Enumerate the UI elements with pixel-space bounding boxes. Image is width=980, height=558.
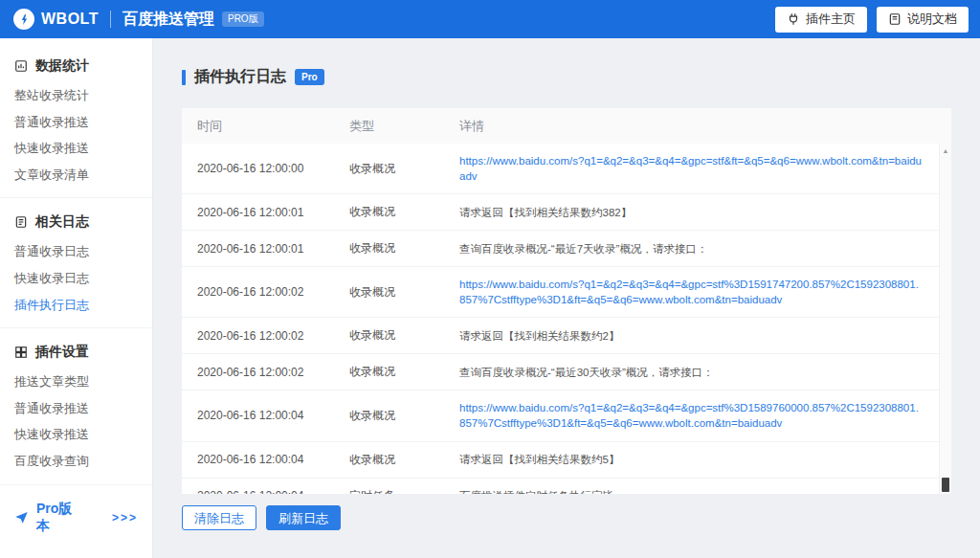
column-header-detail: 详情 [459, 118, 951, 135]
log-detail: https://www.baidu.com/s?q1=&q2=&q3=&q4=&… [459, 153, 951, 184]
sidebar-section-title: 插件设置 [0, 340, 152, 368]
sidebar-section-label: 插件设置 [35, 344, 89, 361]
log-type: 收录概况 [349, 452, 459, 468]
column-header-time: 时间 [182, 118, 349, 135]
rocket-icon [14, 510, 29, 525]
header-divider [110, 11, 111, 28]
top-bar-left: WBOLT 百度推送管理 PRO版 [13, 9, 264, 30]
log-detail-link[interactable]: https://www.baidu.com/s?q1=&q2=&q3=&q4=&… [459, 155, 922, 182]
sidebar-item[interactable]: 百度收录查询 [0, 448, 152, 475]
log-time: 2020-06-16 12:00:01 [182, 206, 349, 219]
log-time: 2020-06-16 12:00:02 [182, 329, 349, 343]
bolt-icon [13, 9, 34, 30]
log-detail: 查询百度收录概况-“最近7天收录”概况，请求接口： [459, 241, 951, 257]
log-time: 2020-06-16 12:00:04 [182, 409, 349, 422]
log-detail-link[interactable]: https://www.baidu.com/s?q1=&q2=&q3=&q4=&… [459, 279, 919, 305]
log-detail: 查询百度收录概况-“最近30天收录”概况，请求接口： [459, 365, 951, 380]
pro-link-label: Pro版本 [36, 501, 85, 535]
wbolt-logo[interactable]: WBOLT [13, 9, 99, 30]
sidebar-item[interactable]: 文章收录清单 [0, 162, 152, 189]
page-title: 插件执行日志 [194, 67, 286, 87]
sidebar-section-title: 数据统计 [0, 54, 152, 82]
log-type: 收录概况 [349, 408, 459, 424]
sidebar-item[interactable]: 整站收录统计 [0, 82, 152, 109]
table-body: 2020-06-16 12:00:00收录概况https://www.baidu… [182, 144, 951, 494]
page-pro-badge: Pro [295, 69, 324, 85]
log-time: 2020-06-16 12:00:01 [182, 242, 349, 256]
sidebar-item[interactable]: 快速收录日志 [0, 265, 152, 292]
log-time: 2020-06-16 12:00:02 [182, 285, 349, 299]
sidebar-section-title: 相关日志 [0, 210, 152, 238]
header-pro-badge: PRO版 [222, 11, 264, 27]
logs-icon [14, 215, 28, 229]
plugin-home-icon [787, 12, 800, 26]
scroll-thumb[interactable] [942, 478, 949, 492]
log-time: 2020-06-16 12:00:00 [182, 162, 349, 175]
sidebar: 数据统计整站收录统计普通收录推送快速收录推送文章收录清单相关日志普通收录日志快速… [0, 38, 153, 558]
sidebar-item[interactable]: 普通收录推送 [0, 109, 152, 136]
log-detail: 请求返回【找到相关结果数约382】 [459, 205, 951, 220]
column-header-type: 类型 [349, 118, 459, 135]
page-head: 插件执行日志 Pro [182, 67, 951, 87]
log-time: 2020-06-16 12:00:04 [182, 489, 349, 494]
log-type: 收录概况 [349, 327, 459, 344]
plugin-home-label: 插件主页 [806, 11, 856, 28]
title-accent-bar [182, 70, 186, 85]
sidebar-section-label: 数据统计 [35, 57, 89, 75]
log-type: 定时任务 [349, 488, 459, 494]
log-table: 时间 类型 详情 2020-06-16 12:00:00收录概况https://… [182, 108, 951, 494]
log-row: 2020-06-16 12:00:01收录概况请求返回【找到相关结果数约382】 [182, 194, 951, 231]
main-content: 插件执行日志 Pro 时间 类型 详情 2020-06-16 12:00:00收… [153, 38, 980, 558]
log-detail: https://www.baidu.com/s?q1=&q2=&q3=&q4=&… [459, 277, 951, 307]
table-actions: 清除日志 刷新日志 [182, 505, 951, 530]
log-detail-link[interactable]: https://www.baidu.com/s?q1=&q2=&q3=&q4=&… [459, 402, 919, 429]
sidebar-section-label: 相关日志 [35, 213, 89, 231]
logo-text: WBOLT [41, 11, 99, 28]
log-row: 2020-06-16 12:00:00收录概况https://www.baidu… [182, 144, 951, 194]
log-row: 2020-06-16 12:00:02收录概况请求返回【找到相关结果数约2】 [182, 318, 951, 354]
app-window: WBOLT 百度推送管理 PRO版 插件主页 说明文档 数据统计整 [0, 0, 980, 558]
log-type: 收录概况 [349, 204, 459, 220]
sidebar-item[interactable]: 插件执行日志 [0, 292, 152, 319]
settings-icon [14, 346, 28, 359]
sidebar-section: 插件设置推送文章类型普通收录推送快速收录推送百度收录查询 [0, 327, 152, 483]
app-title: 百度推送管理 [122, 10, 214, 30]
log-type: 收录概况 [349, 364, 459, 380]
plugin-home-button[interactable]: 插件主页 [775, 7, 867, 33]
header-actions: 插件主页 说明文档 [775, 7, 969, 33]
top-bar: WBOLT 百度推送管理 PRO版 插件主页 说明文档 [0, 0, 980, 38]
clear-logs-button[interactable]: 清除日志 [182, 505, 256, 530]
log-type: 收录概况 [349, 240, 459, 257]
log-detail: 请求返回【找到相关结果数约5】 [459, 452, 951, 467]
sidebar-item[interactable]: 快速收录推送 [0, 421, 152, 448]
pro-link-arrows: >>> [112, 511, 138, 525]
log-row: 2020-06-16 12:00:02收录概况https://www.baidu… [182, 267, 951, 318]
log-detail: 百度推送插件定时任务执行完毕 [459, 488, 951, 494]
log-time: 2020-06-16 12:00:04 [182, 453, 349, 466]
log-type: 收录概况 [349, 161, 459, 177]
log-type: 收录概况 [349, 284, 459, 301]
log-row: 2020-06-16 12:00:04定时任务百度推送插件定时任务执行完毕 [182, 479, 951, 494]
sidebar-section: 数据统计整站收录统计普通收录推送快速收录推送文章收录清单 [0, 42, 152, 197]
log-detail: https://www.baidu.com/s?q1=&q2=&q3=&q4=&… [459, 400, 951, 431]
log-row: 2020-06-16 12:00:04收录概况https://www.baidu… [182, 391, 951, 441]
stats-icon [14, 59, 28, 73]
doc-icon [888, 12, 902, 26]
sidebar-section: 相关日志普通收录日志快速收录日志插件执行日志 [0, 197, 152, 327]
log-row: 2020-06-16 12:00:01收录概况查询百度收录概况-“最近7天收录”… [182, 231, 951, 267]
log-detail: 请求返回【找到相关结果数约2】 [459, 328, 951, 344]
log-row: 2020-06-16 12:00:02收录概况查询百度收录概况-“最近30天收录… [182, 354, 951, 391]
table-header: 时间 类型 详情 [182, 108, 951, 144]
sidebar-pro-link[interactable]: Pro版本 >>> [0, 484, 152, 550]
table-scrollbar[interactable]: ▲ [939, 144, 951, 494]
sidebar-item[interactable]: 快速收录推送 [0, 135, 152, 162]
scroll-up-arrow[interactable]: ▲ [940, 147, 951, 154]
layout: 数据统计整站收录统计普通收录推送快速收录推送文章收录清单相关日志普通收录日志快速… [0, 38, 980, 558]
refresh-logs-button[interactable]: 刷新日志 [266, 505, 341, 530]
docs-label: 说明文档 [907, 11, 957, 28]
docs-button[interactable]: 说明文档 [877, 7, 969, 33]
log-time: 2020-06-16 12:00:02 [182, 366, 349, 379]
sidebar-item[interactable]: 推送文章类型 [0, 368, 152, 395]
sidebar-item[interactable]: 普通收录推送 [0, 395, 152, 422]
sidebar-item[interactable]: 普通收录日志 [0, 238, 152, 265]
